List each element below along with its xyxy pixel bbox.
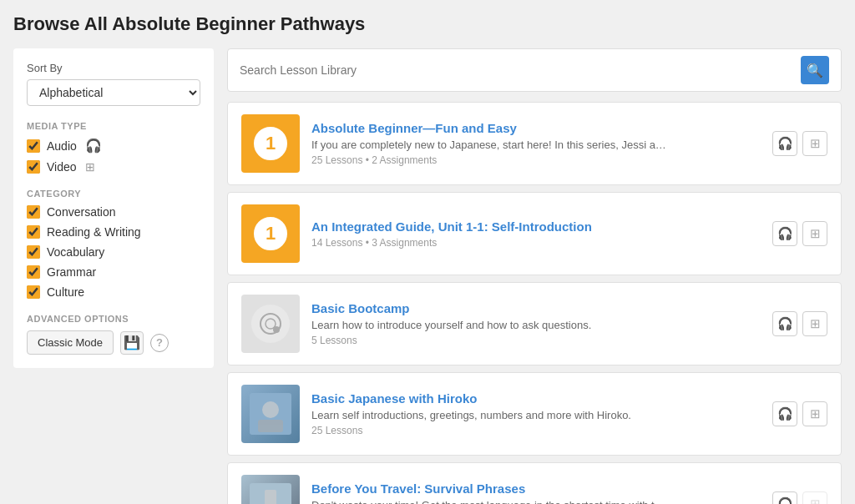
- course-description: Learn how to introduce yourself and how …: [311, 319, 761, 331]
- hiroko-placeholder-image: [250, 393, 291, 435]
- advanced-options-label: ADVANCED OPTIONS: [27, 314, 200, 324]
- travel-placeholder-image: [250, 483, 291, 504]
- grammar-checkbox[interactable]: [27, 265, 40, 279]
- course-info: An Integrated Guide, Unit 1-1: Self-Intr…: [311, 219, 761, 249]
- course-meta: 25 Lessons • 2 Assignments: [311, 154, 761, 166]
- audio-label: Audio: [47, 139, 77, 153]
- course-meta: 14 Lessons • 3 Assignments: [311, 237, 761, 249]
- culture-filter[interactable]: Culture: [27, 285, 200, 299]
- search-button[interactable]: 🔍: [801, 56, 829, 84]
- search-icon: 🔍: [807, 63, 823, 78]
- course-info: Absolute Beginner—Fun and Easy If you ar…: [311, 121, 761, 166]
- course-description: If you are completely new to Japanese, s…: [311, 139, 761, 151]
- course-actions: 🎧 ⊞: [772, 131, 827, 156]
- culture-label: Culture: [47, 285, 84, 299]
- culture-checkbox[interactable]: [27, 285, 40, 299]
- course-thumbnail: [241, 385, 300, 443]
- content-area: 🔍 1 Absolute Beginner—Fun and Easy If yo…: [227, 48, 842, 504]
- classic-mode-icon-button[interactable]: 💾: [120, 331, 144, 355]
- course-title[interactable]: An Integrated Guide, Unit 1-1: Self-Intr…: [311, 219, 761, 234]
- table-row: Basic Bootcamp Learn how to introduce yo…: [227, 282, 842, 365]
- category-section-label: CATEGORY: [27, 189, 200, 199]
- course-number-badge: 1: [251, 214, 290, 253]
- svg-point-2: [273, 326, 280, 333]
- audio-action-icon[interactable]: 🎧: [772, 401, 797, 426]
- grid-action-icon[interactable]: ⊞: [802, 131, 827, 156]
- course-description: Learn self introductions, greetings, num…: [311, 409, 761, 421]
- sort-select[interactable]: Alphabetical Most Recent Most Popular: [27, 79, 200, 106]
- audio-filter[interactable]: Audio 🎧: [27, 138, 200, 154]
- video-checkbox[interactable]: [27, 160, 40, 174]
- course-info: Basic Bootcamp Learn how to introduce yo…: [311, 301, 761, 346]
- sort-label: Sort By: [27, 62, 200, 74]
- course-actions: 🎧 ⊞: [772, 491, 827, 504]
- course-meta: 25 Lessons: [311, 425, 761, 436]
- page-title: Browse All Absolute Beginner Pathways: [13, 13, 842, 35]
- course-info: Basic Japanese with Hiroko Learn self in…: [311, 391, 761, 436]
- svg-rect-7: [265, 490, 276, 504]
- course-description: Don't waste your time! Get the most lang…: [311, 499, 761, 504]
- grammar-label: Grammar: [47, 265, 96, 279]
- course-actions: 🎧 ⊞: [772, 311, 827, 336]
- course-title[interactable]: Basic Bootcamp: [311, 301, 761, 315]
- video-icon: ⊞: [85, 160, 95, 174]
- course-actions: 🎧 ⊞: [772, 221, 827, 246]
- help-button[interactable]: ?: [150, 334, 169, 352]
- course-title[interactable]: Basic Japanese with Hiroko: [311, 391, 761, 406]
- course-actions: 🎧 ⊞: [772, 401, 827, 426]
- reading-writing-label: Reading & Writing: [47, 225, 141, 239]
- course-number-badge: 1: [251, 124, 290, 163]
- audio-action-icon[interactable]: 🎧: [772, 131, 797, 156]
- audio-action-icon[interactable]: 🎧: [772, 311, 797, 336]
- course-title[interactable]: Absolute Beginner—Fun and Easy: [311, 121, 761, 135]
- audio-checkbox[interactable]: [27, 139, 40, 153]
- course-list: 1 Absolute Beginner—Fun and Easy If you …: [227, 102, 842, 504]
- conversation-filter[interactable]: Conversation: [27, 205, 200, 219]
- vocabulary-checkbox[interactable]: [27, 245, 40, 259]
- course-title[interactable]: Before You Travel: Survival Phrases: [311, 481, 761, 496]
- reading-writing-checkbox[interactable]: [27, 225, 40, 239]
- course-thumbnail: [241, 475, 300, 504]
- grammar-filter[interactable]: Grammar: [27, 265, 200, 279]
- search-bar: 🔍: [227, 48, 842, 92]
- course-info: Before You Travel: Survival Phrases Don'…: [311, 481, 761, 504]
- media-type-section-label: MEDIA TYPE: [27, 121, 200, 131]
- table-row: Basic Japanese with Hiroko Learn self in…: [227, 372, 842, 456]
- audio-action-icon[interactable]: 🎧: [772, 221, 797, 246]
- video-filter[interactable]: Video ⊞: [27, 160, 200, 174]
- grid-action-icon[interactable]: ⊞: [802, 221, 827, 246]
- vocabulary-label: Vocabulary: [47, 245, 104, 259]
- reading-writing-filter[interactable]: Reading & Writing: [27, 225, 200, 239]
- course-thumbnail: 1: [241, 114, 300, 173]
- save-icon: 💾: [124, 335, 140, 350]
- question-mark-icon: ?: [156, 336, 163, 349]
- classic-mode-row: Classic Mode 💾 ?: [27, 330, 200, 355]
- conversation-label: Conversation: [47, 205, 116, 219]
- svg-point-4: [262, 401, 279, 418]
- course-thumbnail: [241, 295, 300, 353]
- classic-mode-button[interactable]: Classic Mode: [27, 330, 114, 355]
- sidebar: Sort By Alphabetical Most Recent Most Po…: [13, 48, 214, 368]
- chat-icon-container: [251, 305, 290, 343]
- conversation-checkbox[interactable]: [27, 205, 40, 219]
- svg-rect-5: [258, 420, 283, 432]
- course-thumbnail: 1: [241, 204, 300, 263]
- audio-action-icon[interactable]: 🎧: [772, 491, 797, 504]
- vocabulary-filter[interactable]: Vocabulary: [27, 245, 200, 259]
- course-meta: 5 Lessons: [311, 335, 761, 346]
- grid-action-icon[interactable]: ⊞: [802, 491, 827, 504]
- search-input[interactable]: [240, 63, 801, 77]
- grid-action-icon[interactable]: ⊞: [802, 311, 827, 336]
- video-label: Video: [47, 160, 77, 174]
- audio-icon: 🎧: [85, 138, 102, 154]
- table-row: Before You Travel: Survival Phrases Don'…: [227, 462, 842, 504]
- table-row: 1 An Integrated Guide, Unit 1-1: Self-In…: [227, 192, 842, 275]
- table-row: 1 Absolute Beginner—Fun and Easy If you …: [227, 102, 842, 185]
- chat-bubble-icon: [259, 312, 282, 335]
- grid-action-icon[interactable]: ⊞: [802, 401, 827, 426]
